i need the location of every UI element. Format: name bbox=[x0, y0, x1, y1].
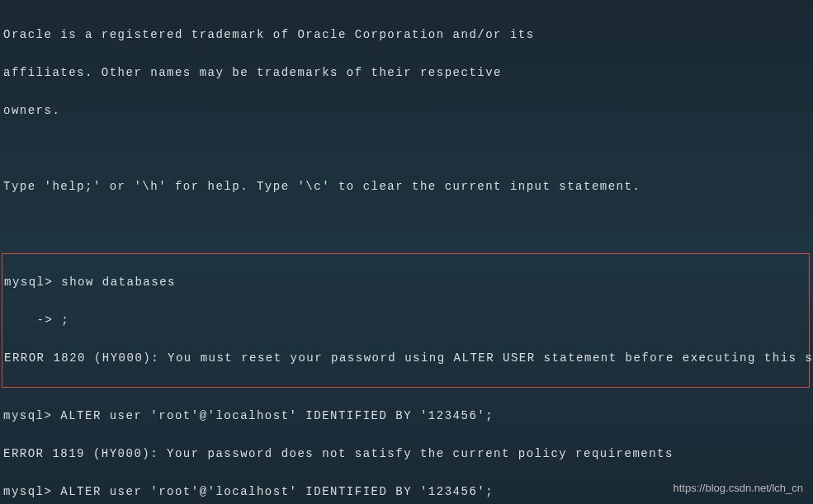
error-line: ERROR 1819 (HY000): Your password does n… bbox=[3, 445, 810, 464]
cmd-line: mysql> show databases bbox=[4, 273, 809, 292]
intro-line: affiliates. Other names may be trademark… bbox=[3, 64, 810, 82]
cmd-line: mysql> ALTER user 'root'@'localhost' IDE… bbox=[3, 407, 810, 426]
blank-line bbox=[3, 215, 810, 234]
cmd-line: -> ; bbox=[4, 311, 809, 330]
error-line: ERROR 1820 (HY000): You must reset your … bbox=[4, 349, 809, 368]
terminal-output[interactable]: Oracle is a registered trademark of Orac… bbox=[3, 7, 810, 504]
intro-line: owners. bbox=[3, 101, 810, 120]
blank-line bbox=[3, 139, 810, 158]
highlight-box-1: mysql> show databases -> ; ERROR 1820 (H… bbox=[2, 253, 810, 388]
watermark-text: https://blog.csdn.net/lch_cn bbox=[673, 482, 803, 494]
intro-line: Oracle is a registered trademark of Orac… bbox=[3, 26, 810, 45]
help-line: Type 'help;' or '\h' for help. Type '\c'… bbox=[3, 177, 810, 196]
